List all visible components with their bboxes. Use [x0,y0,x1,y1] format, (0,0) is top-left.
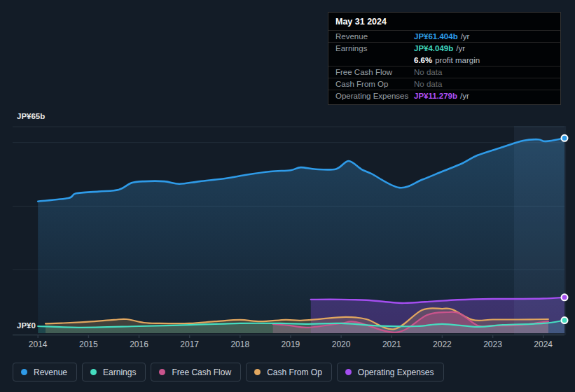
legend-item-cash-from-op[interactable]: Cash From Op [246,363,332,382]
revenue-dot-icon [21,369,27,375]
tooltip-label: Revenue [335,32,414,41]
tooltip-date: May 31 2024 [328,13,560,30]
tooltip-value: No data [414,68,442,76]
tooltip-value: JP¥11.279b/yr [414,92,469,100]
tooltip-label: Earnings [335,44,414,52]
x-axis-year-label: 2019 [274,340,307,349]
free-cash-flow-dot-icon [159,369,165,375]
tooltip-profit-margin: 6.6%profit margin [414,56,480,64]
tooltip-value: JP¥61.404b/yr [414,32,469,41]
earnings-dot-icon [90,369,97,375]
tooltip-value: No data [414,80,442,88]
x-axis-year-label: 2022 [425,340,459,349]
legend-item-free-cash-flow[interactable]: Free Cash Flow [151,363,241,382]
cash-from-op-dot-icon [254,369,261,375]
tooltip-value: JP¥4.049b/yr [414,44,465,52]
tooltip-label: Free Cash Flow [335,68,414,76]
x-axis-labels: 2014201520162017201820192020202120222023… [0,340,575,351]
tooltip-row-free-cash-flow: Free Cash Flow No data [328,66,560,78]
tooltip-row-cash-from-op: Cash From Op No data [328,78,560,90]
legend-item-earnings[interactable]: Earnings [82,363,146,382]
legend-item-revenue[interactable]: Revenue [13,363,77,382]
tooltip-label: Operating Expenses [335,92,414,100]
legend-item-operating-expenses[interactable]: Operating Expenses [337,363,444,382]
x-axis-year-label: 2014 [21,340,55,349]
x-axis-year-label: 2017 [173,340,207,349]
x-axis-year-label: 2016 [123,340,156,349]
operating-expenses-dot-icon [345,369,352,375]
tooltip-row-earnings: Earnings JP¥4.049b/yr [328,42,560,54]
chart-legend: Revenue Earnings Free Cash Flow Cash Fro… [13,363,444,382]
tooltip-label: Cash From Op [335,80,414,88]
x-axis-year-label: 2020 [324,340,358,349]
x-axis-year-label: 2021 [375,340,408,349]
x-axis-year-label: 2023 [476,340,510,349]
tooltip-row-profit-margin: 6.6%profit margin [328,54,560,66]
x-axis-year-label: 2018 [223,340,257,349]
x-axis-year-label: 2024 [527,340,560,349]
tooltip-row-operating-expenses: Operating Expenses JP¥11.279b/yr [328,90,560,104]
chart-tooltip: May 31 2024 Revenue JP¥61.404b/yr Earnin… [328,12,561,105]
tooltip-row-revenue: Revenue JP¥61.404b/yr [328,30,560,42]
x-axis-year-label: 2015 [71,340,105,349]
y-axis-label-zero: JP¥0 [17,321,36,330]
financial-history-panel: JP¥65b JP¥0 2014201520162017201820192020… [0,0,575,392]
y-axis-label-max: JP¥65b [17,112,45,120]
